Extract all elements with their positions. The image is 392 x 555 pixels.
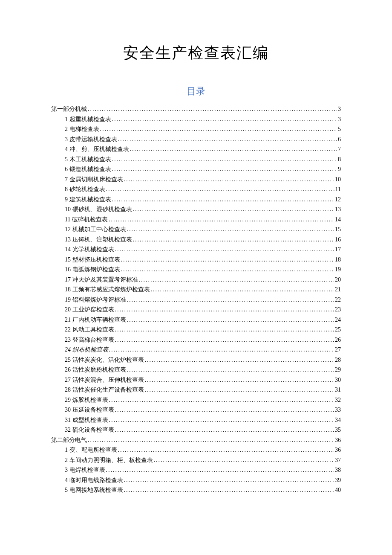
toc-leader-dots — [145, 387, 334, 393]
toc-leader-dots — [145, 357, 334, 363]
toc-leader-dots — [127, 367, 334, 373]
toc-leader-dots — [115, 247, 334, 253]
toc-entry-label: 17 冲天炉及其装置考评标准 — [65, 277, 138, 283]
toc-leader-dots — [133, 206, 334, 212]
toc-entry-page: 29 — [335, 367, 341, 373]
toc-entry-label: 第二部分电气 — [51, 437, 87, 443]
toc-leader-dots — [88, 106, 337, 112]
toc-entry-label: 6 锻造机械检查表 — [65, 166, 111, 172]
toc-entry-page: 34 — [335, 417, 341, 423]
toc-entry: 16 电弧炼钢炉检查表19 — [51, 267, 341, 273]
toc-leader-dots — [124, 177, 334, 183]
toc-entry-page: 36 — [335, 437, 341, 443]
toc-entry-page: 23 — [335, 307, 341, 313]
toc-entry-page: 17 — [335, 247, 341, 253]
toc-entry-label: 9 建筑机械检查表 — [65, 197, 111, 203]
toc-entry-page: 12 — [335, 197, 341, 203]
toc-entry-page: 19 — [335, 267, 341, 273]
toc-entry: 4 临时用电线路检查表39 — [51, 477, 341, 483]
toc-leader-dots — [115, 327, 334, 333]
toc-entry-page: 26 — [335, 337, 341, 343]
toc-leader-dots — [115, 337, 334, 343]
toc-entry: 12 机械加工中心检查表15 — [51, 227, 341, 232]
toc-entry: 24 织布机检查表27 — [51, 347, 341, 353]
toc-entry-label: 4 临时用电线路检查表 — [65, 477, 123, 483]
toc-entry: 22 风动工具检查表25 — [51, 327, 341, 333]
toc-entry-page: 40 — [335, 487, 341, 493]
toc-leader-dots — [118, 137, 337, 142]
toc-heading: 目录 — [51, 85, 341, 98]
toc-entry: 8 砂轮机检查表11 — [51, 186, 341, 192]
toc-entry-page: 5 — [338, 126, 341, 132]
toc-leader-dots — [109, 347, 334, 353]
toc-entry: 3 皮带运输机检查表6 — [51, 137, 341, 142]
toc-entry-page: 35 — [335, 427, 341, 433]
toc-leader-dots — [106, 186, 334, 192]
toc-entry: 11 破碎机检查表14 — [51, 217, 341, 223]
toc-leader-dots — [145, 377, 334, 383]
toc-entry-label: 31 成型机检查表 — [65, 417, 108, 423]
toc-entry-page: 31 — [335, 387, 341, 393]
toc-entry-page: 22 — [335, 297, 341, 303]
toc-entry-label: 4 冲、剪、压机械检查表 — [65, 146, 129, 152]
toc-entry: 17 冲天炉及其装置考评标准20 — [51, 277, 341, 283]
toc-entry-label: 16 电弧炼钢炉检查表 — [65, 267, 120, 273]
toc-entry-label: 3 皮带运输机检查表 — [65, 137, 117, 142]
toc-entry-label: 1 起重机械检查表 — [65, 116, 111, 122]
toc-entry-label: 28 活性炭催化生产设备检查表 — [65, 387, 144, 393]
toc-entry-label: 25 活性炭炭化、活化炉检查表 — [65, 357, 144, 363]
toc-entry-page: 6 — [338, 137, 341, 142]
toc-entry-label: 26 活性炭磨粉机检查表 — [65, 367, 126, 373]
toc-entry-label: 27 活性炭混合、压伸机检查表 — [65, 377, 144, 383]
toc-entry-label: 13 压铸机、注塑机检查表 — [65, 237, 132, 243]
toc-entry-page: 37 — [335, 457, 341, 463]
toc-entry-page: 16 — [335, 237, 341, 243]
toc-entry-page: 9 — [338, 166, 341, 172]
toc-entry-label: 10 碾砂机、混砂机检查表 — [65, 206, 132, 212]
toc-leader-dots — [115, 427, 334, 433]
toc-entry-page: 36 — [335, 447, 341, 453]
toc-leader-dots — [112, 157, 337, 163]
toc-entry-label: 14 光学机械检查表 — [65, 247, 114, 253]
toc-entry-page: 3 — [338, 116, 341, 122]
toc-leader-dots — [112, 166, 337, 172]
toc-entry-label: 5 电网接地系统检查表 — [65, 487, 123, 493]
toc-entry-page: 10 — [335, 177, 341, 183]
toc-leader-dots — [118, 447, 334, 453]
toc-leader-dots — [127, 227, 334, 232]
toc-entry: 31 成型机检查表34 — [51, 417, 341, 423]
toc-entry: 21 厂内机动车辆检查表24 — [51, 317, 341, 323]
toc-entry-label: 12 机械加工中心检查表 — [65, 227, 126, 232]
toc-leader-dots — [124, 487, 334, 493]
toc-entry-page: 30 — [335, 377, 341, 383]
toc-leader-dots — [100, 126, 337, 132]
toc-entry: 1 变、配电所检查表36 — [51, 447, 341, 453]
toc-entry-label: 29 炼胶机检查表 — [65, 397, 108, 403]
toc-leader-dots — [109, 417, 334, 423]
toc-leader-dots — [121, 257, 334, 263]
toc-entry-page: 21 — [335, 287, 341, 293]
toc-leader-dots — [115, 407, 334, 413]
toc-leader-dots — [109, 397, 334, 403]
toc-entry: 4 冲、剪、压机械检查表7 — [51, 146, 341, 152]
toc-entry: 28 活性炭催化生产设备检查表31 — [51, 387, 341, 393]
toc-entry-label: 第一部分机械 — [51, 106, 87, 112]
toc-leader-dots — [115, 307, 334, 313]
toc-entry: 6 锻造机械检查表9 — [51, 166, 341, 172]
toc-entry-label: 23 登高梯台检查表 — [65, 337, 114, 343]
toc-entry-label: 18 工频有芯感应式熔炼炉检查表 — [65, 287, 150, 293]
toc-entry-page: 11 — [335, 186, 341, 192]
toc-leader-dots — [121, 267, 334, 273]
toc-entry-label: 32 硫化设备检查表 — [65, 427, 114, 433]
toc-entry: 5 木工机械检查表8 — [51, 157, 341, 163]
toc-entry-label: 7 金属切削机床检查表 — [65, 177, 123, 183]
toc-entry-page: 7 — [338, 146, 341, 152]
toc-entry-page: 33 — [335, 407, 341, 413]
document-title: 安全生产检查表汇编 — [51, 43, 341, 64]
toc-entry-label: 2 电梯检查表 — [65, 126, 99, 132]
toc-entry: 第二部分电气36 — [51, 437, 341, 443]
toc-entry-label: 19 铝料熔炼炉考评标准 — [65, 297, 126, 303]
toc-entry-page: 38 — [335, 467, 341, 473]
toc-leader-dots — [124, 477, 334, 483]
toc-leader-dots — [112, 116, 337, 122]
